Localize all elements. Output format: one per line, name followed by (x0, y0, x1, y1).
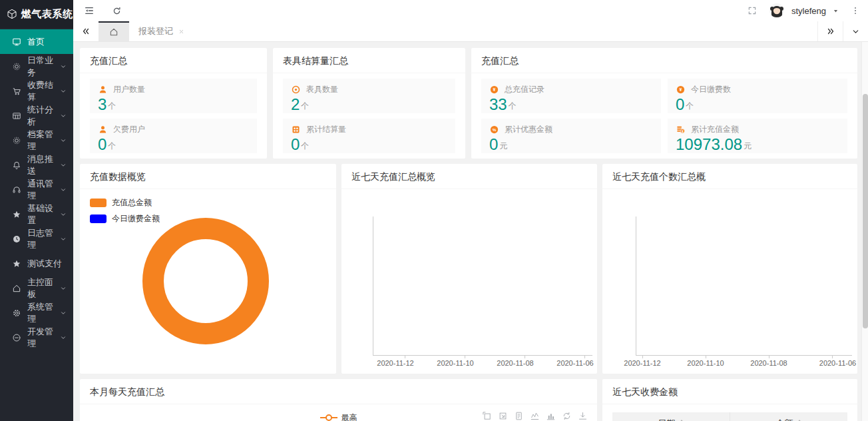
sidebar-item-label: 统计分析 (27, 104, 54, 128)
close-tab-icon[interactable] (178, 29, 184, 35)
sidebar-item-test-payment[interactable]: 测试支付 (0, 251, 73, 276)
avatar[interactable] (769, 3, 785, 19)
collapse-sidebar-icon[interactable] (84, 5, 95, 16)
stat-unit: 个 (108, 101, 116, 112)
bar-chart-switch-icon[interactable] (546, 411, 556, 421)
zoom-reset-icon[interactable] (498, 411, 508, 421)
cart-icon (12, 87, 21, 96)
sidebar-item-development[interactable]: 开发管理 (0, 325, 73, 350)
sidebar-item-label: 消息推送 (27, 153, 54, 177)
line-chart-switch-icon[interactable] (530, 411, 540, 421)
refresh-icon[interactable] (112, 6, 122, 16)
line-legend-item[interactable]: 最高 (320, 412, 357, 421)
card-weekly-recharge-amount-chart: 近七天充值汇总概览 2020-11-12 2020-11-10 2020-11-… (341, 164, 597, 374)
x-axis (373, 355, 592, 356)
vertical-scrollbar[interactable] (861, 42, 868, 421)
calculator-icon (291, 125, 301, 135)
stat-label: 累计结算量 (306, 124, 346, 135)
legend-swatch-blue (90, 214, 107, 223)
stat-unit: 个 (301, 141, 309, 152)
sidebar-item-label: 测试支付 (27, 258, 62, 270)
tab-baozhuang-dengji[interactable]: 报装登记 (129, 21, 194, 41)
card-meter-settlement-summary: 表具结算量汇总 表具数量 2个 累计结算量 0个 (273, 48, 465, 159)
tabs-scroll-left-icon[interactable] (73, 21, 99, 41)
table-header-date[interactable]: 日期 (612, 412, 730, 421)
donut-ring[interactable] (142, 218, 269, 344)
card-title: 近七天充值汇总概览 (341, 164, 597, 189)
stat-unit: 个 (108, 141, 116, 152)
top-header: stylefeng (73, 0, 868, 21)
legend-label: 充值总金额 (112, 197, 152, 209)
stat-label: 总充值记录 (505, 84, 544, 95)
table-icon (12, 111, 21, 121)
yen-coin-icon: ¥ (676, 85, 686, 95)
svg-text:¥: ¥ (682, 130, 684, 133)
x-axis-label: 2020-11-08 (746, 359, 792, 367)
username[interactable]: stylefeng (791, 6, 826, 16)
stat-label: 累计优惠金额 (505, 124, 552, 135)
console-icon (12, 37, 21, 47)
app-logo: 燃气表系统 (0, 0, 73, 28)
x-axis-label: 2020-11-06 (813, 359, 857, 367)
stat-total-discount-amount: % 累计优惠金额 0元 (481, 119, 661, 153)
app-title: 燃气表系统 (21, 8, 73, 21)
main-content: 充值汇总 用户数量 3个 欠费用户 0个 表具结算量汇总 (73, 42, 861, 421)
sidebar-item-label: 主控面板 (27, 276, 54, 300)
sidebar-item-home[interactable]: 首页 (0, 29, 73, 54)
legend-item[interactable]: 充值总金额 (90, 197, 160, 209)
line-chart-weekly-count: 2020-11-12 2020-11-10 2020-11-08 2020-11… (602, 189, 857, 374)
user-dropdown-caret-icon[interactable] (833, 8, 839, 14)
meter-icon (291, 85, 301, 95)
data-zoom-icon[interactable] (482, 411, 492, 421)
x-tick (642, 356, 643, 358)
more-vertical-icon[interactable] (851, 6, 860, 15)
chevron-down-icon (60, 187, 67, 193)
tabs-scroll-right-icon[interactable] (817, 21, 843, 41)
chevron-down-icon (60, 334, 67, 341)
card-monthly-recharge-chart: 本月每天充值汇总 最高 (80, 379, 597, 421)
chart-toolbox (482, 411, 588, 421)
stat-value: 0 (676, 96, 684, 113)
stat-overdue-users: 欠费用户 0个 (90, 119, 257, 153)
sidebar-item-system[interactable]: 系统管理 (0, 300, 73, 325)
x-axis-label: 2020-11-10 (682, 359, 729, 367)
card-title: 本月每天充值汇总 (80, 379, 597, 404)
x-tick (706, 356, 706, 358)
x-axis-label: 2020-11-08 (492, 359, 539, 367)
scrollbar-thumb[interactable] (863, 94, 868, 328)
sidebar-item-message-push[interactable]: 消息推送 (0, 153, 73, 177)
tabbar-spacer (194, 21, 817, 41)
sidebar-item-statistics[interactable]: 统计分析 (0, 103, 73, 128)
data-view-icon[interactable] (514, 411, 524, 421)
card-weekly-recharge-count-chart: 近七天充值个数汇总概 2020-11-12 2020-11-10 2020-11… (602, 164, 857, 374)
sidebar-item-archives[interactable]: 档案管理 (0, 128, 73, 153)
sidebar-item-label: 档案管理 (27, 129, 54, 153)
line-marker-icon (320, 417, 337, 418)
sidebar-item-label: 日常业务 (27, 55, 54, 79)
card-title: 充值数据概览 (80, 164, 336, 189)
sidebar-item-basic-settings[interactable]: 基础设置 (0, 202, 73, 226)
sidebar-item-label: 系统管理 (27, 301, 54, 325)
sidebar-item-daily-business[interactable]: 日常业务 (0, 54, 73, 79)
sidebar-item-communication[interactable]: 通讯管理 (0, 177, 73, 202)
sidebar-item-logs[interactable]: 日志管理 (0, 226, 73, 251)
gear-icon (12, 308, 21, 318)
legend-label: 今日缴费金额 (112, 213, 160, 224)
sidebar-item-fee-settlement[interactable]: 收费结算 (0, 79, 73, 103)
legend-item[interactable]: 今日缴费金额 (90, 213, 160, 224)
column-label: 金额 (776, 418, 793, 421)
coins-stack-icon: ¥ (676, 125, 686, 135)
x-axis (636, 355, 852, 356)
download-icon[interactable] (578, 411, 588, 421)
tab-home[interactable] (99, 21, 129, 41)
table-header-row: 日期 金额 (612, 412, 847, 421)
table-header-amount[interactable]: 金额 (730, 412, 847, 421)
tabs-menu-chevron-icon[interactable] (843, 21, 868, 41)
fullscreen-icon[interactable] (748, 6, 757, 15)
stat-label: 欠费用户 (113, 124, 145, 135)
sidebar-item-main-dashboard[interactable]: 主控面板 (0, 276, 73, 300)
stat-value: 0 (98, 136, 107, 153)
headset-icon (12, 185, 21, 195)
svg-text:¥: ¥ (680, 87, 682, 92)
restore-icon[interactable] (562, 411, 572, 421)
